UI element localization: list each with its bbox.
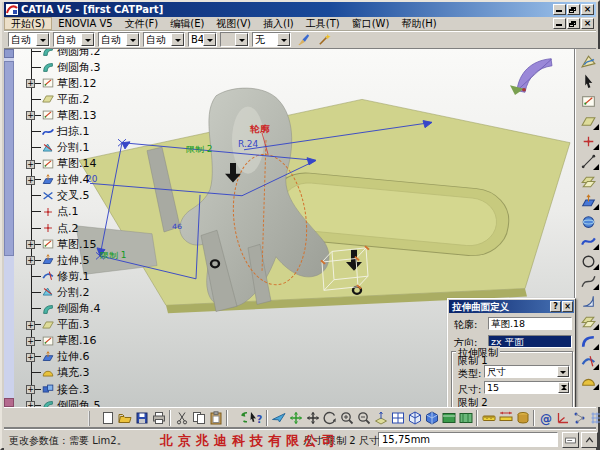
paint-brush-button[interactable] bbox=[294, 31, 312, 48]
tree-item-label[interactable]: 倒圆角.2 bbox=[57, 49, 101, 59]
whats-this-help-button[interactable]: ? bbox=[247, 409, 264, 427]
tree-item[interactable]: 点.1 bbox=[14, 204, 124, 220]
revolve-tool-button[interactable] bbox=[578, 211, 599, 231]
tree-item-label[interactable]: 草图.14 bbox=[57, 156, 97, 171]
compass[interactable] bbox=[510, 59, 552, 95]
tree-expander[interactable]: + bbox=[26, 401, 35, 407]
tree-item[interactable]: 倒圆角.4 bbox=[14, 301, 124, 317]
tree-expander[interactable]: + bbox=[26, 337, 35, 346]
power-input-button[interactable] bbox=[562, 432, 579, 448]
tree-item-label[interactable]: 修剪.1 bbox=[57, 269, 90, 284]
tree-item[interactable]: 平面.2 bbox=[14, 91, 124, 107]
fly-mode-button[interactable] bbox=[270, 409, 287, 427]
tree-item-label[interactable]: 点.2 bbox=[57, 221, 79, 236]
pan-button[interactable] bbox=[304, 409, 321, 427]
menu-6[interactable]: 插入(I) bbox=[257, 18, 300, 29]
combo-arrow-icon[interactable] bbox=[557, 366, 569, 377]
measure-between-button[interactable] bbox=[497, 409, 514, 427]
tree-expander[interactable]: + bbox=[26, 353, 35, 362]
point-symbol-combo[interactable]: B4 bbox=[188, 32, 217, 47]
magic-wand-button[interactable] bbox=[315, 31, 333, 48]
extruded-sheet-tool-button[interactable] bbox=[578, 171, 599, 191]
work-on-support-button[interactable] bbox=[588, 409, 600, 427]
menu-3[interactable]: 文件(F) bbox=[119, 18, 165, 29]
menu-7[interactable]: 工具(T) bbox=[300, 18, 346, 29]
tree-item[interactable]: +倒圆角.5 bbox=[14, 397, 124, 407]
tree-item-label[interactable]: 拉伸.6 bbox=[57, 349, 90, 364]
tree-item[interactable]: +草图.13 bbox=[14, 107, 124, 123]
tree-item[interactable]: 修剪.1 bbox=[14, 268, 124, 284]
doc-minimize-button[interactable] bbox=[553, 18, 566, 29]
layer-combo[interactable]: 无 bbox=[252, 32, 291, 47]
viewport[interactable]: 轮廓 限制 2 R.24 20 46 限制 1 倒圆角.2倒圆角.3+草图.12… bbox=[4, 49, 600, 407]
rotate-button[interactable] bbox=[321, 409, 338, 427]
tree-item[interactable]: 交叉.5 bbox=[14, 188, 124, 204]
extrude-tool-button[interactable] bbox=[578, 191, 599, 211]
combo-arrow-icon[interactable] bbox=[277, 33, 290, 46]
undo-button[interactable] bbox=[230, 409, 247, 427]
direction-field[interactable]: zx 平面 bbox=[488, 335, 572, 348]
tree-item[interactable]: 扫掠.1 bbox=[14, 123, 124, 139]
tree-item[interactable]: +草图.14 bbox=[14, 156, 124, 172]
limit1-type-combo[interactable]: 尺寸 bbox=[484, 365, 570, 378]
tree-item-label[interactable]: 倒圆角.3 bbox=[57, 60, 101, 75]
render-style-button[interactable] bbox=[440, 409, 457, 427]
tree-expander[interactable]: + bbox=[26, 385, 35, 394]
axis-system-button[interactable] bbox=[554, 409, 571, 427]
normal-view-button[interactable] bbox=[372, 409, 389, 427]
measure-inertia-button[interactable] bbox=[514, 409, 531, 427]
corner-tool-button[interactable] bbox=[578, 291, 599, 311]
tree-item[interactable]: 分割.1 bbox=[14, 140, 124, 156]
toolbar-grip[interactable] bbox=[88, 411, 93, 426]
menu-1[interactable]: 开始(S) bbox=[4, 17, 52, 30]
tree-item-label[interactable]: 平面.3 bbox=[57, 317, 90, 332]
tree-item[interactable]: +拉伸.5 bbox=[14, 252, 124, 268]
workbench-shape-design-button[interactable] bbox=[578, 51, 599, 71]
tree-item[interactable]: +接合.3 bbox=[14, 381, 124, 397]
dialog-title-bar[interactable]: 拉伸曲面定义 ? × bbox=[449, 300, 574, 313]
paste-button[interactable] bbox=[207, 409, 224, 427]
tree-item-label[interactable]: 分割.1 bbox=[57, 140, 90, 155]
circle-tool-button[interactable] bbox=[578, 251, 599, 271]
sweep-tool-button[interactable] bbox=[578, 231, 599, 251]
spline-tool-button[interactable] bbox=[578, 271, 599, 291]
shaded-view-button[interactable] bbox=[423, 409, 440, 427]
point-tool-button[interactable] bbox=[578, 131, 599, 151]
render-style-combo[interactable] bbox=[220, 32, 249, 47]
cut-button[interactable] bbox=[173, 409, 190, 427]
tree-item-label[interactable]: 拉伸.5 bbox=[57, 253, 90, 268]
tree-expander[interactable]: + bbox=[26, 256, 35, 265]
multi-view-button[interactable] bbox=[389, 409, 406, 427]
tree-item-label[interactable]: 点.1 bbox=[57, 204, 79, 219]
limit1-dimension-spinner[interactable]: 15 bbox=[484, 381, 570, 394]
catalog-browser-button[interactable]: @ bbox=[537, 409, 554, 427]
extrude-surface-dialog[interactable]: 拉伸曲面定义 ? × 轮廓: 草图.18 方向: zx 平面 拉伸限制 限制 1… bbox=[447, 298, 576, 407]
restore-button[interactable] bbox=[567, 4, 580, 15]
fillet-surface-tool-button[interactable] bbox=[578, 331, 599, 351]
tree-expander[interactable]: + bbox=[26, 160, 35, 169]
new-file-button[interactable] bbox=[99, 409, 116, 427]
tree-item[interactable]: 填充.3 bbox=[14, 365, 124, 381]
tree-item-label[interactable]: 拉伸.4 bbox=[57, 172, 90, 187]
fill-surface-tool-button[interactable] bbox=[578, 371, 599, 391]
tree-expander[interactable]: + bbox=[26, 321, 35, 330]
dialog-help-button[interactable]: ? bbox=[550, 301, 561, 312]
render-style-2-button[interactable] bbox=[457, 409, 474, 427]
menu-9[interactable]: 帮助(H) bbox=[395, 18, 442, 29]
tree-item-label[interactable]: 平面.2 bbox=[57, 92, 90, 107]
close-button[interactable]: × bbox=[581, 4, 594, 15]
fit-all-in-button[interactable] bbox=[287, 409, 304, 427]
combo-arrow-icon[interactable] bbox=[235, 33, 248, 46]
combo-arrow-icon[interactable] bbox=[126, 33, 139, 46]
combo-arrow-icon[interactable] bbox=[81, 33, 94, 46]
combo-arrow-icon[interactable] bbox=[203, 33, 216, 46]
tree-item-label[interactable]: 分割.2 bbox=[57, 285, 90, 300]
print-button[interactable] bbox=[150, 409, 167, 427]
scroll-thumb[interactable] bbox=[4, 61, 14, 256]
title-bar[interactable]: CATIA V5 - [first CATPart] × bbox=[4, 2, 596, 17]
zoom-in-button[interactable] bbox=[338, 409, 355, 427]
tree-item[interactable]: 分割.2 bbox=[14, 284, 124, 300]
menu-8[interactable]: 窗口(W) bbox=[346, 18, 396, 29]
dialog-expand-button[interactable] bbox=[581, 432, 598, 448]
combo-arrow-icon[interactable] bbox=[171, 33, 184, 46]
